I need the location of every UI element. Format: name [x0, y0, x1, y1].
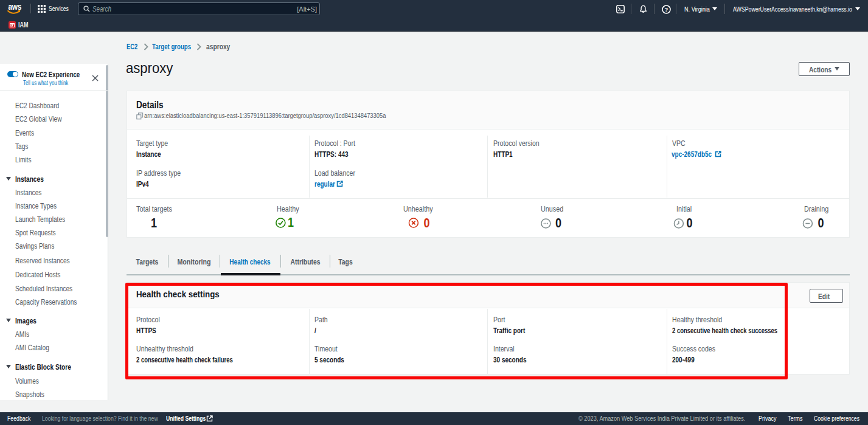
svg-text:?: ?: [664, 6, 668, 13]
